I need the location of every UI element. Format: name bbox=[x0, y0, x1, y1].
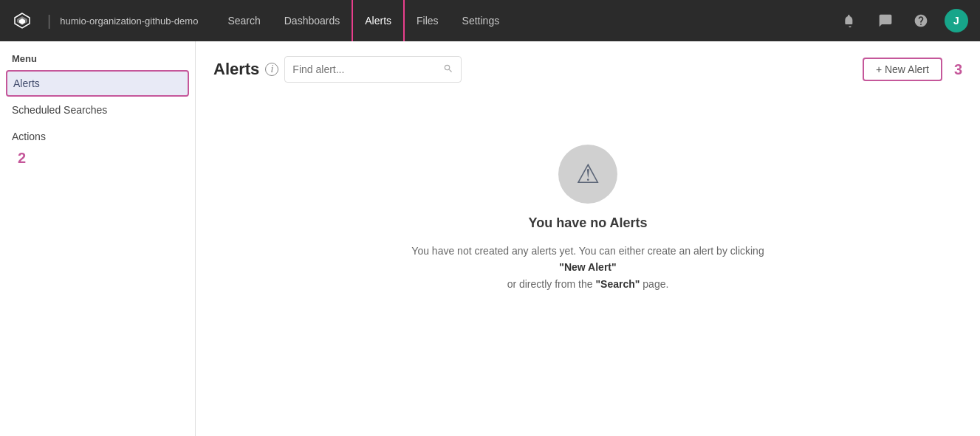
nav-files[interactable]: Files bbox=[405, 0, 450, 41]
sidebar-item-scheduled-searches[interactable]: Scheduled Searches bbox=[0, 97, 195, 123]
nav-links: Search Dashboards Alerts Files Settings bbox=[216, 0, 838, 41]
layout: Menu Alerts Scheduled Searches Actions 2… bbox=[0, 41, 980, 436]
info-icon[interactable]: i bbox=[265, 63, 278, 76]
main-content: Alerts i + New Alert 3 ⚠ bbox=[196, 41, 980, 436]
nav-right: J bbox=[838, 9, 968, 32]
empty-icon-circle: ⚠ bbox=[558, 145, 617, 204]
user-avatar[interactable]: J bbox=[945, 9, 968, 32]
nav-divider: | bbox=[47, 13, 51, 30]
header-left: Alerts i bbox=[213, 56, 462, 83]
empty-title: You have no Alerts bbox=[528, 215, 647, 231]
logo[interactable] bbox=[12, 10, 32, 31]
notifications-icon[interactable] bbox=[838, 9, 862, 32]
nav-alerts[interactable]: Alerts bbox=[352, 0, 405, 41]
sidebar: Menu Alerts Scheduled Searches Actions 2 bbox=[0, 41, 196, 436]
nav-settings[interactable]: Settings bbox=[450, 0, 512, 41]
page-title: Alerts bbox=[213, 60, 259, 79]
search-box bbox=[284, 56, 462, 83]
sidebar-menu-label: Menu bbox=[0, 53, 195, 70]
empty-description: You have not created any alerts yet. You… bbox=[403, 243, 772, 292]
main-header: Alerts i + New Alert 3 bbox=[213, 56, 962, 83]
sidebar-item-actions[interactable]: Actions bbox=[0, 123, 195, 150]
warning-icon: ⚠ bbox=[576, 159, 600, 190]
top-nav: | humio-organization-github-demo Search … bbox=[0, 0, 980, 41]
sidebar-item-alerts[interactable]: Alerts bbox=[6, 70, 189, 97]
org-name: humio-organization-github-demo bbox=[60, 15, 198, 27]
search-input[interactable] bbox=[292, 63, 443, 75]
step-number-3: 3 bbox=[954, 61, 962, 78]
nav-dashboards[interactable]: Dashboards bbox=[273, 0, 352, 41]
chat-icon[interactable] bbox=[874, 9, 897, 32]
new-alert-button[interactable]: + New Alert bbox=[863, 58, 942, 81]
nav-search[interactable]: Search bbox=[216, 0, 272, 41]
help-icon[interactable] bbox=[909, 9, 933, 32]
step-number-2: 2 bbox=[6, 150, 26, 166]
header-right: + New Alert 3 bbox=[863, 58, 962, 81]
empty-state: ⚠ You have no Alerts You have not create… bbox=[213, 100, 962, 292]
search-icon bbox=[443, 63, 453, 76]
